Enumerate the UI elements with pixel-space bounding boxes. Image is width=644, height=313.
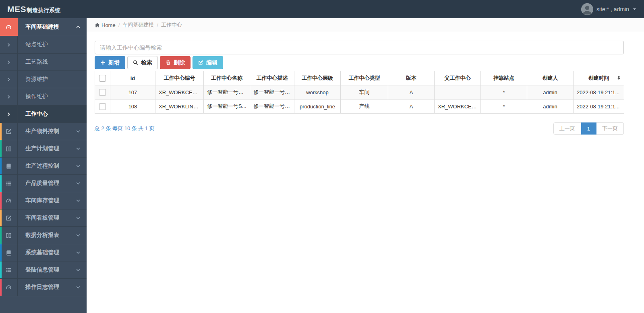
table-cell <box>435 85 481 99</box>
column-header[interactable]: 父工作中心 <box>435 71 481 85</box>
sidebar-item-label: 资源维护 <box>18 71 87 88</box>
table-cell: workshop <box>294 85 341 99</box>
sidebar-item-process-route[interactable]: 工艺路线 <box>0 54 87 71</box>
sidebar-group-production-plan-management[interactable]: 生产计划管理 <box>0 140 87 158</box>
sidebar-item-operation-maintenance[interactable]: 操作维护 <box>0 88 87 106</box>
table-cell: 107 <box>110 85 155 99</box>
select-all-checkbox[interactable] <box>99 75 106 82</box>
pencil-square-icon <box>0 209 18 226</box>
row-checkbox-cell <box>95 99 110 114</box>
sidebar-item-label: 工艺路线 <box>18 54 87 70</box>
sidebar-group-workshop-inventory-management[interactable]: 车间库存管理 <box>0 192 87 209</box>
sidebar-group-production-material-control[interactable]: 生产物料控制 <box>0 123 87 140</box>
brand-mes: MES <box>7 4 26 14</box>
trash-icon <box>166 60 171 65</box>
current-page-button[interactable]: 1 <box>581 122 596 135</box>
sidebar-group-production-process-control[interactable]: 生产过程控制 <box>0 158 87 175</box>
sidebar-group-data-analysis-report[interactable]: 数据分析报表 <box>0 227 87 244</box>
table-cell: XR_WORKLINE... <box>155 99 204 114</box>
breadcrumb-home[interactable]: Home <box>95 22 116 28</box>
sidebar-group-workshop-base-modeling[interactable]: 车间基础建模 <box>0 18 87 36</box>
table-cell: 修一智能一号车间 <box>250 85 294 99</box>
sidebar-item-label: 车间库存管理 <box>18 192 76 209</box>
group-color-strip <box>0 227 2 244</box>
column-header[interactable]: 工作中心描述 <box>250 71 294 85</box>
search-button[interactable]: 检索 <box>127 56 158 69</box>
button-label: 检索 <box>141 59 152 66</box>
brand-subtitle: 制造执行系统 <box>27 7 60 14</box>
sidebar-item-site-maintenance[interactable]: 站点维护 <box>0 36 87 54</box>
sidebar-group-system-base-management[interactable]: 系统基础管理 <box>0 244 87 261</box>
chevron-down-icon <box>76 261 81 278</box>
group-color-strip <box>0 279 2 296</box>
column-header[interactable]: 工作中心层级 <box>294 71 341 85</box>
delete-button[interactable]: 删除 <box>160 56 191 69</box>
sidebar-group-workshop-board-management[interactable]: 车间看板管理 <box>0 209 87 227</box>
table-cell: production_line <box>294 99 341 114</box>
chevron-down-icon <box>76 158 81 174</box>
sidebar-item-work-center[interactable]: 工作中心 <box>0 106 87 123</box>
app-logo: MES 制造执行系统 <box>7 4 60 14</box>
chevron-down-icon <box>76 192 81 209</box>
sidebar-item-label: 系统基础管理 <box>18 244 76 261</box>
pin-icon[interactable] <box>617 76 621 81</box>
table-cell: A <box>388 99 435 114</box>
column-header[interactable]: id <box>110 71 155 85</box>
breadcrumb-item: 工作中心 <box>161 21 182 29</box>
table-row[interactable]: 108XR_WORKLINE...修一智能一号S...修一智能一号S...pro… <box>95 99 624 114</box>
table-header-row: id工作中心编号工作中心名称工作中心描述工作中心层级工作中心类型版本父工作中心挂… <box>95 71 624 85</box>
table-cell: A <box>388 85 435 99</box>
row-checkbox-cell <box>95 85 110 99</box>
breadcrumb-separator: / <box>118 22 120 28</box>
table-cell: 修一智能一号S... <box>204 99 250 114</box>
top-navbar: MES 制造执行系统 site:* , admin <box>0 0 644 18</box>
sidebar-group-operation-log-management[interactable]: 操作日志管理 <box>0 279 87 296</box>
row-checkbox[interactable] <box>99 89 106 96</box>
group-color-strip <box>0 192 2 209</box>
chevron-down-icon <box>76 227 81 244</box>
column-header[interactable]: 工作中心名称 <box>204 71 250 85</box>
next-page-button[interactable]: 下一页 <box>596 122 624 135</box>
column-header[interactable]: 版本 <box>388 71 435 85</box>
column-header[interactable]: 创建时间 <box>574 71 624 85</box>
group-color-strip <box>0 244 2 261</box>
sidebar-item-label: 操作维护 <box>18 88 87 105</box>
table-cell: 修一智能一号车间 <box>204 85 250 99</box>
breadcrumb: Home/车间基础建模/工作中心 <box>87 18 644 32</box>
column-header[interactable]: 工作中心编号 <box>155 71 204 85</box>
breadcrumb-item[interactable]: 车间基础建模 <box>122 21 154 29</box>
prev-page-button[interactable]: 上一页 <box>553 122 581 135</box>
chevron-right-icon <box>0 88 18 105</box>
user-menu[interactable]: site:* , admin <box>581 3 637 15</box>
table-row[interactable]: 107XR_WORKCEN...修一智能一号车间修一智能一号车间workshop… <box>95 85 624 99</box>
table-cell: 108 <box>110 99 155 114</box>
sidebar-item-label: 产品质量管理 <box>18 175 76 192</box>
table-cell: XR_WORKCEN... <box>155 85 204 99</box>
gauge-icon <box>0 192 18 209</box>
chevron-right-icon <box>0 71 18 88</box>
row-checkbox[interactable] <box>99 103 106 110</box>
search-input[interactable] <box>95 41 624 54</box>
pagination: 上一页 1 下一页 <box>553 122 624 135</box>
chevron-down-icon <box>76 123 81 140</box>
table-cell: 2022-08-19 21:1... <box>574 85 624 99</box>
add-button[interactable]: 新增 <box>95 56 125 69</box>
chevron-right-icon <box>0 106 18 122</box>
list-icon <box>0 175 18 192</box>
edit-button[interactable]: 编辑 <box>193 56 223 69</box>
sidebar-group-login-info-management[interactable]: 登陆信息管理 <box>0 261 87 279</box>
group-color-strip <box>0 209 2 226</box>
sidebar-group-product-quality-management[interactable]: 产品质量管理 <box>0 175 87 192</box>
breadcrumb-separator: / <box>157 22 158 28</box>
gauge-icon <box>0 18 18 36</box>
header-checkbox-cell <box>95 71 110 85</box>
column-header[interactable]: 工作中心类型 <box>341 71 388 85</box>
chevron-down-icon <box>76 279 81 296</box>
main-panel: Home/车间基础建模/工作中心 新增检索删除编辑 id工作中心编号工作中心名称… <box>87 18 644 313</box>
sidebar-item-label: 操作日志管理 <box>18 279 76 296</box>
sidebar-item-label: 车间基础建模 <box>18 18 76 36</box>
sidebar-item-resource-maintenance[interactable]: 资源维护 <box>0 71 87 88</box>
column-header[interactable]: 挂靠站点 <box>481 71 527 85</box>
content: 新增检索删除编辑 id工作中心编号工作中心名称工作中心描述工作中心层级工作中心类… <box>87 32 644 135</box>
column-header[interactable]: 创建人 <box>527 71 574 85</box>
